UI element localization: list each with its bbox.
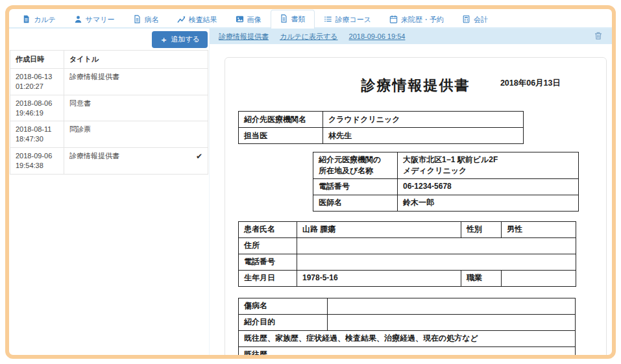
patient-birthdate-value: 1978-5-16 [297, 270, 461, 286]
image-icon [236, 15, 244, 25]
main-tabbar: カルテ サマリー 病名 検査結果 画像 書類 診療コース 来院歴・予約 [9, 9, 612, 29]
document-list-panel: ＋ 追加する 作成日時 タイトル 2018-06-1301:20:27 診療情報… [9, 29, 209, 355]
document-list-header-row: 作成日時 タイトル [10, 51, 208, 69]
patient-name-value: 山路 腫瘍 [297, 221, 461, 237]
delete-document-button[interactable] [594, 31, 603, 42]
add-document-button[interactable]: ＋ 追加する [152, 31, 208, 48]
row-title: 問診票 [64, 121, 208, 148]
referral-from-doctor-label: 医師名 [313, 195, 398, 211]
tab-label: サマリー [86, 15, 115, 25]
chart-doc-icon [22, 15, 30, 25]
patient-info-table: 患者氏名 山路 腫瘍 性別 男性 住所 電話番号 [238, 221, 576, 287]
document-date: 2018年06月13日 [500, 78, 561, 89]
document-list-row[interactable]: 2018-08-1118:47:30 問診票 [10, 121, 208, 148]
document-header: 診療情報提供書 2018年06月13日 [238, 76, 593, 98]
tab-karte[interactable]: カルテ [13, 10, 65, 29]
document-title-link[interactable]: 診療情報提供書 [219, 32, 269, 42]
referral-to-institution-label: 紹介先医療機関名 [239, 112, 323, 128]
preview-toolbar: 診療情報提供書 カルテに表示する 2018-09-06 19:54 [210, 29, 612, 44]
column-header-created: 作成日時 [10, 51, 64, 69]
patient-address-value [297, 237, 576, 254]
tab-label: 来院歴・予約 [401, 15, 444, 25]
document-icon [280, 14, 288, 24]
document-list-row[interactable]: 2018-08-0619:46:19 同意書 [10, 95, 208, 121]
row-created-at: 2018-09-0619:54:38 [10, 148, 64, 175]
row-created-at: 2018-06-1301:20:27 [10, 69, 64, 95]
referral-purpose-label: 紹介目的 [239, 314, 328, 330]
document-preview-area: 診療情報提供書 2018年06月13日 紹介先医療機関名 クラウドクリニック 担… [210, 44, 612, 355]
row-title: 同意書 [64, 95, 208, 121]
patient-phone-value [297, 254, 576, 270]
referral-from-phone-value: 06-1234-5678 [398, 178, 579, 195]
referral-from-address-value: 大阪市北区1−1 駅前ビル2F メディクリニック [398, 152, 579, 179]
referral-to-table: 紹介先医療機関名 クラウドクリニック 担当医 林先生 [238, 111, 524, 144]
trash-icon [594, 31, 603, 42]
tab-treatment-course[interactable]: 診療コース [315, 10, 381, 29]
tab-documents[interactable]: 書類 [271, 10, 315, 29]
referral-from-address-label: 紹介元医療機関の 所在地及び名称 [313, 152, 398, 179]
patient-phone-label: 電話番号 [239, 254, 297, 270]
row-title: 診療情報提供書 [64, 69, 208, 95]
attending-doctor-label: 担当医 [239, 128, 323, 144]
row-created-at: 2018-08-0619:46:19 [10, 95, 64, 121]
tab-disease[interactable]: 病名 [124, 10, 168, 29]
patient-name-label: 患者氏名 [239, 221, 297, 237]
patient-job-value [502, 270, 576, 286]
document-icon [133, 15, 141, 25]
referral-from-doctor-value: 鈴木一郎 [398, 195, 579, 211]
document-timestamp-link[interactable]: 2018-09-06 19:54 [349, 32, 406, 40]
tab-label: 検査結果 [189, 15, 217, 25]
patient-job-label: 職業 [461, 270, 502, 286]
referral-details-table: 傷病名 紹介目的 既往歴、家族歴、症状経過、検査結果、治療経過、現在の処方など … [238, 298, 576, 355]
tab-summary[interactable]: サマリー [65, 10, 124, 29]
row-title: 診療情報提供書✔ [64, 148, 208, 175]
referral-document-page: 診療情報提供書 2018年06月13日 紹介先医療機関名 クラウドクリニック 担… [225, 57, 607, 355]
tab-label: 診療コース [335, 15, 372, 25]
tab-visit-history[interactable]: 来院歴・予約 [380, 10, 453, 29]
tab-test-results[interactable]: 検査結果 [168, 10, 226, 29]
disease-name-value [328, 298, 576, 314]
patient-gender-label: 性別 [461, 221, 502, 237]
tab-label: 画像 [247, 15, 262, 25]
patient-birthdate-label: 生年月日 [239, 270, 297, 286]
calendar-icon [389, 15, 398, 25]
plus-icon: ＋ [160, 36, 167, 43]
past-history-label: 既往歴 [239, 346, 576, 355]
patient-address-label: 住所 [239, 237, 297, 254]
document-preview-panel: 診療情報提供書 カルテに表示する 2018-09-06 19:54 診療情報提供… [209, 29, 612, 355]
add-button-label: 追加する [171, 34, 200, 44]
tab-label: 病名 [145, 15, 159, 25]
line-chart-icon [177, 15, 186, 25]
document-list-row-selected[interactable]: 2018-09-0619:54:38 診療情報提供書✔ [10, 148, 208, 175]
tab-accounting[interactable]: 会計 [453, 10, 497, 29]
history-section-header: 既往歴、家族歴、症状経過、検査結果、治療経過、現在の処方など [239, 330, 576, 346]
list-icon [324, 15, 332, 25]
row-created-at: 2018-08-1118:47:30 [10, 121, 64, 148]
referral-from-phone-label: 電話番号 [313, 178, 398, 195]
document-list-row[interactable]: 2018-06-1301:20:27 診療情報提供書 [10, 69, 208, 95]
tab-images[interactable]: 画像 [226, 10, 271, 29]
tab-label: カルテ [34, 15, 56, 25]
patient-gender-value: 男性 [502, 221, 576, 237]
person-icon [74, 15, 82, 25]
referral-from-table: 紹介元医療機関の 所在地及び名称 大阪市北区1−1 駅前ビル2F メディクリニッ… [313, 152, 579, 212]
referral-purpose-value [328, 314, 576, 330]
app-frame: カルテ サマリー 病名 検査結果 画像 書類 診療コース 来院歴・予約 [5, 5, 616, 359]
attending-doctor-value: 林先生 [323, 128, 524, 144]
show-in-chart-link[interactable]: カルテに表示する [280, 32, 338, 42]
check-icon: ✔ [196, 151, 202, 162]
column-header-title: タイトル [64, 51, 208, 69]
tab-label: 会計 [474, 15, 488, 25]
document-title: 診療情報提供書 [361, 77, 470, 93]
referral-to-institution-value: クラウドクリニック [323, 112, 524, 128]
document-list-table: 作成日時 タイトル 2018-06-1301:20:27 診療情報提供書 201… [10, 50, 208, 175]
calculator-icon [462, 15, 470, 25]
tab-label: 書類 [291, 14, 306, 24]
disease-name-label: 傷病名 [239, 298, 328, 314]
